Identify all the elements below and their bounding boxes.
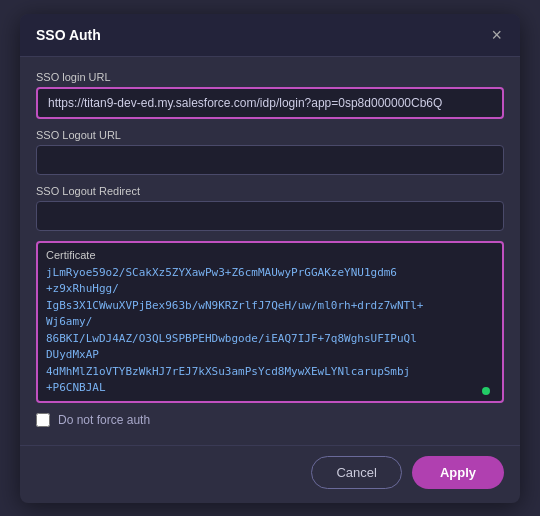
- sso-logout-redirect-group: SSO Logout Redirect: [36, 185, 504, 231]
- close-button[interactable]: ×: [489, 26, 504, 44]
- do-not-force-row: Do not force auth: [36, 413, 504, 427]
- dialog-header: SSO Auth ×: [20, 14, 520, 57]
- sso-logout-url-input[interactable]: [36, 145, 504, 175]
- do-not-force-checkbox[interactable]: [36, 413, 50, 427]
- apply-button[interactable]: Apply: [412, 456, 504, 489]
- certificate-textarea[interactable]: [46, 265, 494, 393]
- sso-logout-redirect-input[interactable]: [36, 201, 504, 231]
- sso-auth-dialog: SSO Auth × SSO login URL SSO Logout URL …: [20, 14, 520, 503]
- sso-login-url-label: SSO login URL: [36, 71, 504, 83]
- certificate-label: Certificate: [46, 249, 494, 261]
- dialog-title: SSO Auth: [36, 27, 101, 43]
- do-not-force-label: Do not force auth: [58, 413, 150, 427]
- dialog-body: SSO login URL SSO Logout URL SSO Logout …: [20, 57, 520, 445]
- certificate-status-indicator: [482, 387, 490, 395]
- sso-logout-url-group: SSO Logout URL: [36, 129, 504, 175]
- sso-logout-url-label: SSO Logout URL: [36, 129, 504, 141]
- sso-login-url-input[interactable]: [36, 87, 504, 119]
- sso-logout-redirect-label: SSO Logout Redirect: [36, 185, 504, 197]
- certificate-group: Certificate: [36, 241, 504, 403]
- dialog-footer: Cancel Apply: [20, 445, 520, 503]
- sso-login-url-group: SSO login URL: [36, 71, 504, 119]
- cancel-button[interactable]: Cancel: [311, 456, 401, 489]
